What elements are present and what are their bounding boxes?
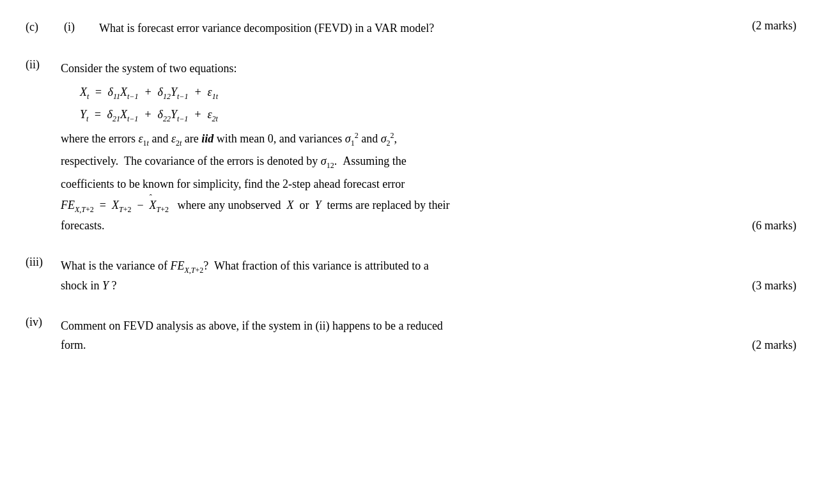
iii-shock-text: shock in Y ? [61,279,117,293]
intro-text: Consider the system of two equations: [61,59,796,79]
marks-ii: (6 marks) [752,219,796,233]
eq2-lhs: Yt [80,104,88,126]
marks-iii: (3 marks) [752,279,796,293]
eq2-equals: = [91,104,104,125]
label-iii: (iii) [26,254,61,269]
forecasts-text: forecasts. [61,219,104,233]
question-i-text: What is forecast error variance decompos… [99,19,740,38]
label-i: (i) [64,19,99,34]
respectively-paragraph: respectively. The covariance of the erro… [61,152,796,172]
marks-iv: (2 marks) [752,339,796,352]
where-paragraph: where the errors ε1t and ε2t are iid wit… [61,130,796,149]
equations-block: Xt = δ11Xt−1 + δ12Yt−1 + ε1t Yt [80,82,796,125]
iv-second-line: form. (2 marks) [61,339,796,352]
part-c-iv-row: (iv) Comment on FEVD analysis as above, … [26,314,796,352]
question-iii-content: What is the variance of FEX,T+2? What fr… [61,254,796,293]
equation-1: Xt = δ11Xt−1 + δ12Yt−1 + ε1t [80,82,796,103]
part-c-iii-row: (iii) What is the variance of FEX,T+2? W… [26,254,796,293]
iii-first-line: What is the variance of FEX,T+2? What fr… [61,257,796,277]
eq1-equals: = [91,82,105,102]
label-iv: (iv) [26,314,61,329]
iv-first-line: Comment on FEVD analysis as above, if th… [61,317,796,336]
label-c: (c) [26,19,64,34]
part-c-i-row: (c) (i) What is forecast error variance … [26,19,796,38]
part-c: (c) (i) What is forecast error variance … [26,19,796,356]
marks-i: (2 marks) [752,19,796,33]
iii-second-line: shock in Y ? (3 marks) [61,279,796,293]
eq1-lhs: Xt [80,82,89,103]
question-ii-content: Consider the system of two equations: Xt… [61,57,796,233]
label-ii: (ii) [26,57,61,72]
fe-line: FEX,T+2 = XT+2 − ̂ X T+2 where any unobs… [61,196,796,216]
equation-2: Yt = δ21Xt−1 + δ22Yt−1 + ε2t [80,104,796,126]
eq2-rhs: δ21Xt−1 + δ22Yt−1 + ε2t [107,104,218,126]
iv-form-text: form. [61,339,86,352]
fe-expression: FEX,T+2 = XT+2 − ̂ X T+2 where any unobs… [61,196,449,216]
coefficients-paragraph: coefficients to be known for simplicity,… [61,175,796,194]
page-container: (c) (i) What is forecast error variance … [26,19,796,356]
question-i-line: (i) What is forecast error variance deco… [64,19,796,38]
question-i-content: (i) What is forecast error variance deco… [64,19,796,38]
eq1-rhs: δ11Xt−1 + δ12Yt−1 + ε1t [108,82,219,103]
question-iv-content: Comment on FEVD analysis as above, if th… [61,314,796,352]
part-c-ii-row: (ii) Consider the system of two equation… [26,57,796,233]
forecasts-line: forecasts. (6 marks) [61,219,796,233]
iii-question-text: What is the variance of FEX,T+2? What fr… [61,257,429,277]
